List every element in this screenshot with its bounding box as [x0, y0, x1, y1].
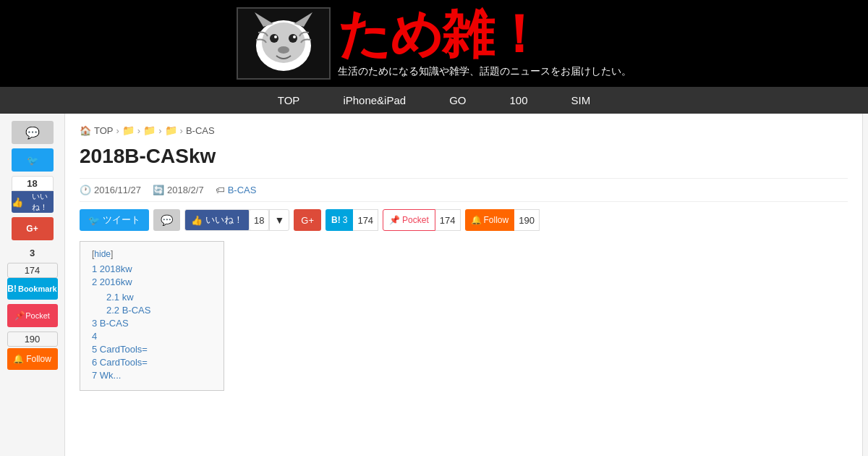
nav-item-go[interactable]: GO	[427, 87, 488, 114]
hb-bar-icon: B!	[331, 215, 341, 225]
sidebar-hb-button[interactable]: B! Bookmark	[7, 278, 58, 300]
toc-link-2[interactable]: 2 2016kw	[92, 276, 132, 287]
list-item: 5 CardTools=	[92, 344, 212, 355]
gplus-icon: G+	[26, 224, 38, 234]
share-facebook-button[interactable]: 👍 いいね！	[185, 209, 249, 231]
meta-category-link[interactable]: B-CAS	[228, 185, 257, 195]
toc-hide-link[interactable]: hide	[94, 249, 111, 259]
share-facebook-count: 18	[249, 209, 269, 231]
sidebar-twitter-button[interactable]: 🐦	[12, 148, 54, 172]
header-title-block: ため雑！ 生活のためになる知識や雑学、話題のニュースをお届けしたい。	[338, 9, 631, 78]
nav-item-top[interactable]: TOP	[256, 87, 322, 114]
toc-link-2-2[interactable]: 2.2 B-CAS	[106, 305, 150, 316]
toc-link-5[interactable]: 5 CardTools=	[92, 344, 148, 355]
share-bar: 🐦 ツイート 💬 👍 いいね！ 18 ▼ G+	[80, 209, 848, 231]
sidebar-facebook-button[interactable]: 👍 いいね！	[12, 191, 54, 213]
list-item: 3 B-CAS	[92, 318, 212, 329]
article-title: 2018B-CASkw	[80, 145, 848, 168]
share-facebook-wrap: 👍 いいね！ 18 ▼	[184, 209, 289, 231]
sidebar-comment-button[interactable]: 💬	[12, 121, 54, 144]
twitter-icon: 🐦	[27, 155, 38, 166]
site-logo	[237, 7, 331, 80]
toc-toggle: [hide]	[92, 249, 212, 259]
sidebar-right	[862, 114, 868, 456]
svg-point-2	[262, 22, 305, 63]
hb-icon: B!	[7, 284, 17, 294]
share-comment-button[interactable]: 💬	[153, 209, 180, 231]
toc-list: 1 2018kw 2 2016kw 2.1 kw 2.2 B-CAS 3 B-C…	[92, 263, 212, 381]
breadcrumb: 🏠 TOP › 📁 › 📁 › 📁 › B-CAS	[80, 124, 848, 136]
meta-category: 🏷 B-CAS	[216, 185, 257, 195]
toc-link-7[interactable]: 7 Wk...	[92, 370, 121, 381]
nav-item-iphone[interactable]: iPhone&iPad	[321, 87, 427, 114]
toc-sublist-2: 2.1 kw 2.2 B-CAS	[92, 292, 212, 316]
meta-published: 🕐 2016/11/27	[80, 185, 141, 195]
share-follow-button[interactable]: 🔔 Follow	[465, 209, 515, 231]
sidebar-gplus-button[interactable]: G+	[12, 217, 54, 240]
comment-icon: 💬	[25, 126, 40, 140]
svg-point-6	[289, 34, 297, 43]
toc-link-2-1[interactable]: 2.1 kw	[106, 292, 134, 303]
feedly-bar-icon: 🔔	[471, 215, 482, 225]
share-hb-button[interactable]: B! 3	[326, 209, 353, 231]
share-pocket-wrap: 📌 Pocket 174	[383, 209, 460, 231]
breadcrumb-bcas[interactable]: B-CAS	[186, 125, 215, 136]
sidebar-left: 💬 🐦 18 👍 いいね！ G+ 3 174 B! Bookmark	[0, 114, 65, 456]
feedly-icon: 🔔	[13, 354, 24, 364]
list-item: 4	[92, 331, 212, 342]
tag-icon: 🏷	[216, 185, 225, 195]
list-item: 2 2016kw 2.1 kw 2.2 B-CAS	[92, 276, 212, 316]
sidebar-follow-count: 190	[7, 332, 58, 347]
facebook-thumb-icon: 👍	[191, 215, 203, 226]
article-meta: 🕐 2016/11/27 🔄 2018/2/7 🏷 B-CAS	[80, 178, 848, 202]
sidebar-follow-button[interactable]: 🔔 Follow	[7, 348, 58, 370]
site-subtitle: 生活のためになる知識や雑学、話題のニュースをお届けしたい。	[338, 65, 631, 78]
svg-point-8	[293, 35, 296, 38]
toc-link-1[interactable]: 1 2018kw	[92, 263, 132, 274]
folder-icon-2: 📁	[143, 124, 156, 136]
share-follow-count: 190	[514, 209, 540, 231]
share-facebook-sep: ▼	[269, 209, 289, 231]
folder-icon-1: 📁	[122, 124, 135, 136]
nav-item-100[interactable]: 100	[488, 87, 549, 114]
thumbsup-icon: 👍	[12, 197, 23, 208]
share-pocket-button[interactable]: 📌 Pocket	[383, 209, 435, 231]
share-follow-wrap: 🔔 Follow 190	[465, 209, 540, 231]
table-of-contents: [hide] 1 2018kw 2 2016kw 2.1 kw 2.2 B-CA…	[80, 241, 224, 391]
share-gplus-button[interactable]: G+	[294, 209, 321, 231]
list-item: 1 2018kw	[92, 263, 212, 274]
home-icon: 🏠	[80, 125, 91, 136]
site-title: ため雑！	[338, 9, 631, 61]
nav-item-sim[interactable]: SIM	[550, 87, 613, 114]
pocket-icon: 📌	[14, 311, 25, 321]
main-nav: TOP iPhone&iPad GO 100 SIM	[0, 87, 868, 114]
breadcrumb-sep-1: ›	[116, 125, 119, 136]
breadcrumb-sep-2: ›	[137, 125, 140, 136]
toc-link-6[interactable]: 6 CardTools=	[92, 357, 148, 368]
list-item: 2.2 B-CAS	[106, 305, 212, 316]
sidebar-facebook-wrap: 18 👍 いいね！	[12, 176, 54, 213]
list-item: 2.1 kw	[106, 292, 212, 303]
history-icon: 🔄	[153, 185, 164, 195]
comment-bubble-icon: 💬	[161, 214, 173, 226]
breadcrumb-top[interactable]: TOP	[94, 125, 114, 136]
sidebar-hb-label: 3	[30, 248, 35, 258]
folder-icon-3: 📁	[165, 124, 177, 136]
svg-point-5	[270, 34, 278, 43]
share-pocket-count: 174	[435, 209, 461, 231]
main-wrapper: 💬 🐦 18 👍 いいね！ G+ 3 174 B! Bookmark	[0, 114, 868, 456]
sidebar-hb-wrap: 174 B! Bookmark	[7, 263, 58, 300]
list-item: 7 Wk...	[92, 370, 212, 381]
toc-link-4[interactable]: 4	[92, 331, 97, 342]
breadcrumb-sep-4: ›	[180, 125, 183, 136]
share-twitter-button[interactable]: 🐦 ツイート	[80, 209, 149, 231]
toc-link-3[interactable]: 3 B-CAS	[92, 318, 129, 329]
site-header: ため雑！ 生活のためになる知識や雑学、話題のニュースをお届けしたい。	[0, 0, 868, 87]
sidebar-facebook-count: 18	[12, 176, 54, 191]
main-content: 🏠 TOP › 📁 › 📁 › 📁 › B-CAS 2018B-CASkw 🕐 …	[65, 114, 862, 456]
share-hb-count: 174	[353, 209, 378, 231]
svg-point-9	[278, 46, 289, 54]
share-hb-wrap: B! 3 174	[326, 209, 378, 231]
sidebar-pocket-button[interactable]: 📌 Pocket	[7, 304, 58, 327]
svg-point-7	[274, 35, 277, 38]
